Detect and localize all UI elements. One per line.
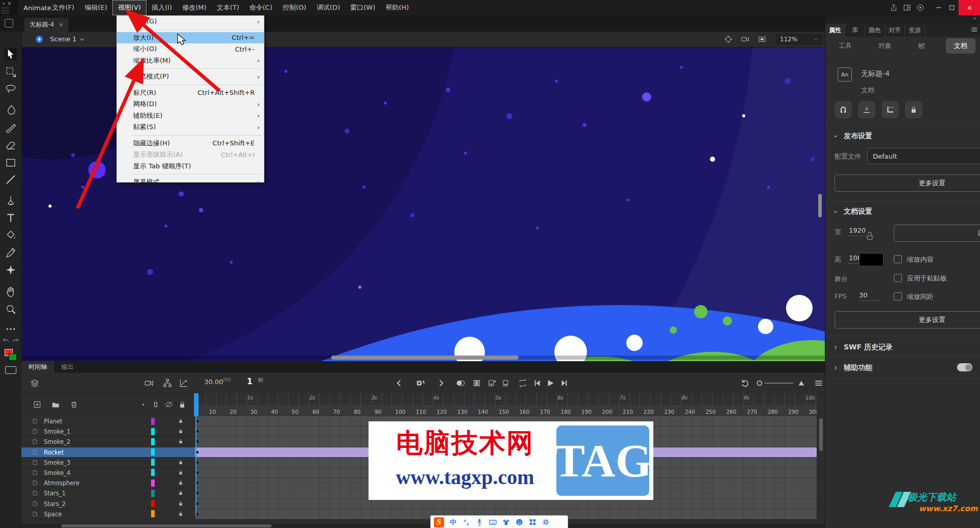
selection-tool[interactable] bbox=[5, 48, 17, 60]
ime-toolbar[interactable]: S 中 °, bbox=[430, 515, 568, 528]
microphone-icon[interactable] bbox=[475, 518, 484, 526]
layer-row-Stars_1[interactable]: Stars_1 bbox=[21, 488, 195, 498]
timeline-horizontal-scrollbar[interactable] bbox=[21, 524, 825, 528]
menubar-item-窗口W[interactable]: 窗口(W) bbox=[345, 0, 380, 15]
line-tool[interactable] bbox=[5, 173, 17, 186]
swf-history-header[interactable]: SWF 历史记录 bbox=[832, 343, 893, 352]
punctuation-icon[interactable]: °, bbox=[462, 518, 471, 526]
chevron-down-icon[interactable] bbox=[79, 36, 86, 43]
eyedropper-tool[interactable] bbox=[5, 247, 17, 259]
stage-vertical-scrollbar[interactable] bbox=[818, 194, 822, 217]
layer-color-swatch[interactable] bbox=[151, 438, 155, 445]
menubar-item-编辑E[interactable]: 编辑(E) bbox=[80, 0, 112, 15]
timeline-ruler[interactable]: 1020304050607080901001101201301401501601… bbox=[195, 393, 817, 416]
subtab-文档[interactable]: 文档 bbox=[946, 38, 975, 54]
layer-row-Rocket[interactable]: Rocket bbox=[21, 447, 195, 458]
fill-color-chip[interactable] bbox=[9, 354, 17, 361]
outline-column-icon[interactable] bbox=[152, 400, 159, 409]
layer-row-Smoke_3[interactable]: Smoke_3 bbox=[21, 458, 195, 468]
layer-lock-icon[interactable] bbox=[178, 480, 184, 486]
delete-layer-icon[interactable] bbox=[69, 400, 79, 409]
fluid-brush-tool[interactable] bbox=[5, 104, 17, 116]
timeline-camera-icon[interactable] bbox=[144, 378, 154, 388]
play-icon[interactable] bbox=[545, 378, 555, 388]
center-stage-icon[interactable] bbox=[724, 35, 733, 44]
step-back-icon[interactable] bbox=[532, 378, 542, 388]
panel-tab-属性[interactable]: 属性 bbox=[825, 23, 845, 37]
scale-spans-checkbox[interactable] bbox=[894, 292, 902, 300]
text-tool[interactable] bbox=[5, 212, 17, 224]
layer-color-swatch[interactable] bbox=[151, 459, 155, 466]
layer-row-Smoke_4[interactable]: Smoke_4 bbox=[21, 468, 195, 478]
sogou-logo-icon[interactable]: S bbox=[434, 517, 444, 527]
toolbox-icon[interactable] bbox=[528, 518, 537, 526]
menubar-item-控制O[interactable]: 控制(O) bbox=[278, 0, 311, 15]
match-content-button[interactable]: 匹配内容 bbox=[894, 224, 980, 242]
apply-to-pasteboard-checkbox[interactable] bbox=[894, 274, 902, 282]
zoom-tool[interactable] bbox=[5, 303, 17, 315]
rectangle-tool[interactable] bbox=[5, 157, 17, 169]
view-menu-item-屏幕模式[interactable]: 屏幕模式› bbox=[117, 177, 264, 188]
onion-skin-icon[interactable] bbox=[455, 378, 465, 388]
scene-breadcrumb[interactable]: Scene 1 bbox=[50, 35, 77, 43]
layer-lock-icon[interactable] bbox=[178, 428, 184, 434]
layer-lock-icon[interactable] bbox=[178, 469, 184, 475]
menubar-item-插入I[interactable]: 插入(I) bbox=[146, 0, 177, 15]
lock-button[interactable] bbox=[905, 101, 922, 118]
lock-column-icon[interactable] bbox=[178, 400, 187, 409]
panel-menu-icon[interactable] bbox=[970, 26, 978, 34]
menubar-item-帮助H[interactable]: 帮助(H) bbox=[380, 0, 414, 15]
menubar-item-修改M[interactable]: 修改(M) bbox=[177, 0, 211, 15]
fps-display[interactable]: 30.00FPS bbox=[204, 378, 231, 386]
maximize-button[interactable] bbox=[945, 0, 959, 15]
magnet-button[interactable] bbox=[835, 101, 852, 118]
view-menu-item-显示Tab键顺序T[interactable]: 显示 Tab 键顺序(T) bbox=[117, 161, 264, 172]
emoji-icon[interactable] bbox=[515, 518, 524, 526]
stage-horizontal-scrollbar[interactable] bbox=[21, 356, 825, 360]
clip-content-icon[interactable] bbox=[757, 35, 767, 44]
frame-size-knob-icon[interactable] bbox=[754, 378, 765, 388]
tab-timeline[interactable]: 时间轴 bbox=[21, 361, 54, 373]
camera-icon[interactable] bbox=[741, 35, 750, 44]
insert-frame-icon[interactable] bbox=[501, 378, 511, 388]
classic-brush-tool[interactable] bbox=[5, 122, 17, 134]
highlight-column-icon[interactable] bbox=[140, 400, 147, 409]
timeline-menu-icon[interactable] bbox=[814, 378, 824, 388]
redo-tool[interactable] bbox=[11, 337, 19, 345]
view-menu-item-缩小O[interactable]: 缩小(O)Ctrl+- bbox=[117, 43, 264, 55]
layer-color-swatch[interactable] bbox=[151, 428, 155, 435]
undo-tool[interactable] bbox=[2, 337, 10, 345]
view-menu-item-网格D[interactable]: 网格(D)› bbox=[117, 98, 264, 110]
layer-color-swatch[interactable] bbox=[151, 469, 155, 476]
chinese-mode-icon[interactable]: 中 bbox=[449, 518, 457, 526]
publish-more-settings-button[interactable]: 更多设置 bbox=[835, 174, 980, 192]
previous-keyframe-icon[interactable] bbox=[394, 378, 404, 388]
skin-icon[interactable] bbox=[502, 518, 510, 526]
accessibility-header[interactable]: 辅助功能 bbox=[832, 363, 872, 372]
paint-bucket-tool[interactable] bbox=[5, 229, 17, 241]
scrollbar-thumb[interactable] bbox=[331, 356, 519, 360]
layer-color-swatch[interactable] bbox=[151, 490, 155, 497]
minimize-button[interactable] bbox=[932, 0, 945, 15]
layer-color-swatch[interactable] bbox=[151, 448, 155, 456]
subtab-帧[interactable]: 帧 bbox=[918, 41, 925, 51]
menubar-item-命令C[interactable]: 命令(C) bbox=[244, 0, 277, 15]
layers-stack-icon[interactable] bbox=[30, 378, 40, 388]
view-menu-item-转到G[interactable]: 转到(G)› bbox=[117, 16, 264, 28]
document-panel-icon[interactable] bbox=[5, 19, 13, 28]
close-window-button[interactable] bbox=[959, 0, 980, 15]
panel-tab-库[interactable]: 库 bbox=[845, 23, 865, 37]
subtab-工具[interactable]: 工具 bbox=[839, 41, 852, 51]
close-tab-icon[interactable]: × bbox=[59, 21, 63, 28]
more-tools[interactable] bbox=[5, 323, 17, 335]
accessibility-toggle[interactable] bbox=[957, 363, 972, 371]
panel-tab-资源[interactable]: 资源 bbox=[905, 23, 925, 37]
step-forward-icon[interactable] bbox=[559, 378, 570, 388]
lasso-tool[interactable] bbox=[5, 83, 17, 95]
view-menu-item-辅助线E[interactable]: 辅助线(E)› bbox=[117, 110, 264, 122]
asset-warp-tool[interactable] bbox=[5, 264, 17, 276]
zoom-level-select[interactable]: 112% bbox=[776, 34, 823, 45]
menubar-item-视图V[interactable]: 视图(V) bbox=[112, 0, 146, 15]
layer-row-Planet[interactable]: Planet bbox=[21, 416, 195, 426]
loop-playback-icon[interactable] bbox=[740, 378, 750, 388]
